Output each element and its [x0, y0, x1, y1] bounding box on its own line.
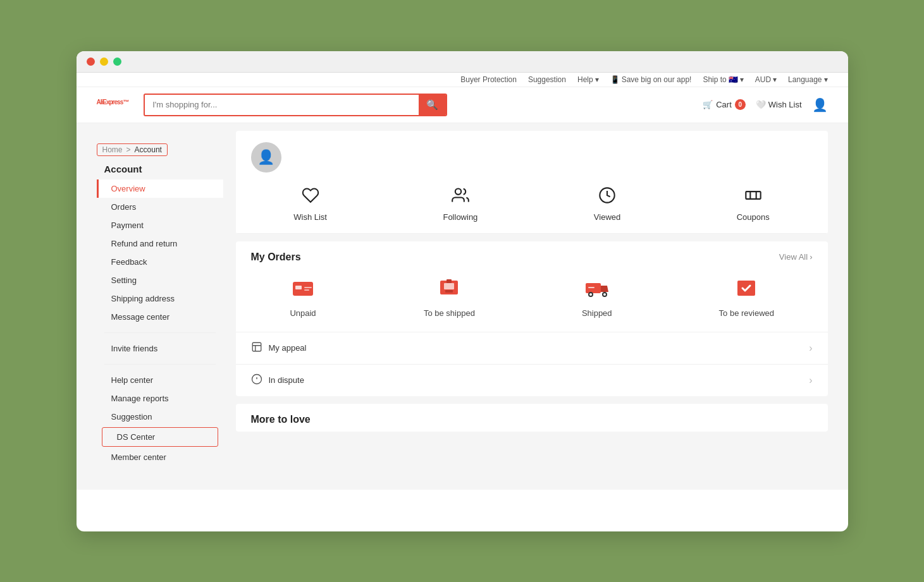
suggestion-link[interactable]: Suggestion	[528, 75, 566, 84]
svg-rect-5	[295, 286, 302, 289]
maximize-button[interactable]	[113, 58, 121, 66]
search-icon: 🔍	[426, 99, 438, 110]
svg-rect-6	[304, 287, 312, 288]
my-appeal-link[interactable]: My appeal ›	[236, 332, 828, 364]
chevron-down-icon: ▾	[595, 75, 599, 84]
quick-links: Wish List Following	[236, 180, 828, 234]
svg-rect-2	[746, 191, 760, 199]
view-all-button[interactable]: View All ›	[779, 252, 813, 262]
user-icon: 👤	[812, 98, 828, 112]
more-to-love-title: More to love	[236, 404, 828, 432]
order-item-to-be-shipped[interactable]: To be shipped	[409, 274, 490, 318]
main-header: AliExpress™ 🔍 🛒 Cart 0 🤍 Wish List	[77, 87, 848, 123]
sidebar-item-ds-center[interactable]: DS Center	[102, 428, 218, 446]
ticket-icon	[744, 186, 762, 208]
app-promo-link[interactable]: 📱 Save big on our app!	[610, 75, 692, 84]
sidebar-divider-2	[104, 364, 216, 365]
search-button[interactable]: 🔍	[419, 95, 446, 115]
profile-card: 👤 Wish List	[236, 131, 828, 234]
chevron-right-icon: ›	[810, 252, 812, 262]
quick-link-wishlist[interactable]: Wish List	[274, 186, 346, 222]
svg-rect-7	[304, 289, 309, 291]
to-be-shipped-label: To be shipped	[424, 308, 475, 318]
sidebar-item-suggestion[interactable]: Suggestion	[97, 408, 223, 426]
sidebar-item-overview[interactable]: Overview	[97, 179, 223, 198]
sidebar-item-setting[interactable]: Setting	[97, 271, 223, 289]
appeal-icon	[251, 341, 262, 355]
heart-icon	[302, 186, 319, 208]
search-bar: 🔍	[144, 94, 447, 116]
top-nav: Buyer Protection Suggestion Help ▾ 📱 Sav…	[77, 73, 848, 87]
main-content: 👤 Wish List	[223, 123, 828, 490]
mobile-icon: 📱	[610, 75, 620, 84]
sidebar-section-title: Account	[97, 161, 223, 179]
sidebar-item-refund[interactable]: Refund and return	[97, 234, 223, 253]
sidebar-item-shipping[interactable]: Shipping address	[97, 289, 223, 308]
logo[interactable]: AliExpress™	[97, 95, 129, 115]
to-be-shipped-icon	[435, 274, 463, 302]
order-item-to-be-reviewed[interactable]: To be reviewed	[704, 274, 789, 318]
sidebar-item-reports[interactable]: Manage reports	[97, 389, 223, 408]
unpaid-label: Unpaid	[290, 308, 316, 318]
in-dispute-left: In dispute	[251, 373, 304, 387]
wishlist-label: Wish List	[293, 212, 327, 222]
buyer-protection-link[interactable]: Buyer Protection	[460, 75, 517, 84]
to-be-reviewed-icon	[732, 274, 760, 302]
avatar: 👤	[251, 142, 281, 173]
breadcrumb-separator: >	[126, 145, 131, 154]
close-button[interactable]	[87, 58, 95, 66]
chevron-down-icon: ▾	[740, 75, 744, 84]
cart-icon: 🛒	[703, 100, 713, 109]
in-dispute-link[interactable]: In dispute ›	[236, 364, 828, 396]
in-dispute-label: In dispute	[269, 375, 304, 385]
breadcrumb-box: Home > Account	[97, 143, 168, 156]
svg-point-16	[603, 293, 606, 296]
language-link[interactable]: Language ▾	[788, 75, 827, 84]
sidebar-item-help[interactable]: Help center	[97, 371, 223, 389]
page-body: Home > Account Account Overview Orders P…	[77, 123, 848, 490]
search-input[interactable]	[145, 95, 419, 114]
quick-link-coupons[interactable]: Coupons	[718, 186, 789, 222]
clock-icon	[598, 186, 616, 208]
sidebar-item-invite[interactable]: Invite friends	[97, 339, 223, 358]
dispute-icon	[251, 373, 262, 387]
sidebar: Home > Account Account Overview Orders P…	[97, 123, 223, 490]
ship-to-link[interactable]: Ship to 🇦🇺 ▾	[703, 75, 743, 84]
unpaid-icon	[289, 274, 317, 302]
sidebar-divider-1	[104, 332, 216, 333]
cart-button[interactable]: 🛒 Cart 0	[703, 99, 746, 110]
browser-content: Buyer Protection Suggestion Help ▾ 📱 Sav…	[77, 73, 848, 490]
orders-card: My Orders View All ›	[236, 241, 828, 396]
shipped-icon	[583, 274, 611, 302]
viewed-label: Viewed	[594, 212, 620, 222]
orders-title: My Orders	[251, 252, 301, 263]
avatar-icon: 👤	[257, 149, 274, 166]
svg-rect-17	[588, 287, 594, 288]
minimize-button[interactable]	[100, 58, 108, 66]
order-items: Unpaid	[236, 269, 828, 332]
svg-rect-19	[252, 343, 261, 351]
order-item-shipped[interactable]: Shipped	[567, 274, 627, 318]
arrow-right-icon: ›	[809, 343, 812, 354]
browser-window: Buyer Protection Suggestion Help ▾ 📱 Sav…	[77, 51, 848, 531]
help-link[interactable]: Help ▾	[577, 75, 599, 84]
breadcrumb-home[interactable]: Home	[102, 145, 123, 154]
to-be-reviewed-label: To be reviewed	[719, 308, 774, 318]
quick-link-viewed[interactable]: Viewed	[575, 186, 639, 222]
sidebar-item-payment[interactable]: Payment	[97, 216, 223, 234]
svg-point-0	[455, 188, 461, 194]
currency-link[interactable]: AUD ▾	[755, 75, 777, 84]
quick-link-following[interactable]: Following	[424, 186, 496, 222]
flag-icon: 🇦🇺	[729, 75, 738, 84]
order-item-unpaid[interactable]: Unpaid	[274, 274, 332, 318]
sidebar-item-feedback[interactable]: Feedback	[97, 253, 223, 271]
heart-icon: 🤍	[756, 100, 766, 109]
my-appeal-label: My appeal	[269, 343, 307, 353]
coupons-label: Coupons	[737, 212, 770, 222]
sidebar-item-message[interactable]: Message center	[97, 308, 223, 326]
sidebar-item-orders[interactable]: Orders	[97, 198, 223, 216]
svg-rect-11	[447, 279, 452, 283]
sidebar-item-member[interactable]: Member center	[97, 448, 223, 466]
wishlist-button[interactable]: 🤍 Wish List	[756, 100, 802, 109]
user-button[interactable]: 👤	[812, 97, 828, 112]
